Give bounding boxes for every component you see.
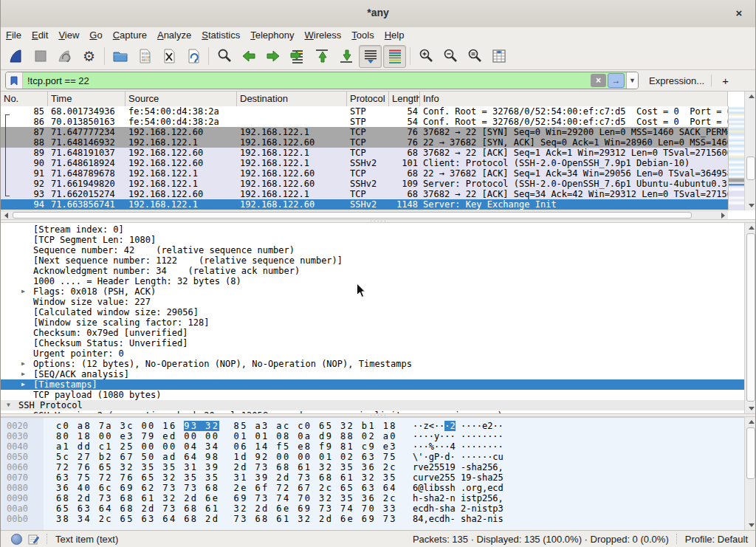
column-header-source[interactable]: Source	[126, 92, 237, 106]
packet-row[interactable]: 9171.648789678192.168.122.1192.168.122.6…	[1, 168, 728, 179]
detail-line-options[interactable]: ▶Options: (12 bytes), No-Operation (NOP)…	[1, 359, 744, 369]
detail-line[interactable]: [Calculated window size: 29056]	[1, 307, 744, 317]
column-header-length[interactable]: Length	[389, 92, 420, 106]
resize-columns-button[interactable]	[487, 45, 510, 68]
zoom-out-button[interactable]	[439, 45, 461, 68]
detail-line[interactable]: [Window size scaling factor: 128]	[1, 317, 744, 328]
hex-row[interactable]: 00505c 27 b2 67 50 ad 64 98 1d 92 00 00 …	[1, 452, 744, 462]
stop-capture-button[interactable]	[29, 45, 52, 68]
detail-line-seq-ack[interactable]: ▶[SEQ/ACK analysis]	[1, 369, 744, 379]
zoom-in-button[interactable]	[414, 45, 437, 68]
detail-line-timestamps-selected[interactable]: ▶[Timestamps]	[1, 379, 744, 390]
packet-row-selected[interactable]: 9471.663856741192.168.122.1192.168.122.6…	[1, 199, 728, 210]
packet-list-hscrollbar[interactable]	[1, 210, 728, 219]
column-header-time[interactable]: Time	[48, 92, 126, 106]
hex-row[interactable]: 007063 75 72 76 65 32 35 35 31 39 2d 73 …	[1, 472, 744, 483]
go-first-packet-button[interactable]	[310, 45, 333, 68]
column-header-protocol[interactable]: Protocol	[347, 92, 389, 106]
menu-help[interactable]: Help	[379, 28, 410, 42]
filter-history-dropdown[interactable]: ▼	[626, 72, 638, 89]
status-profile[interactable]: Profile: Default	[685, 534, 748, 545]
detail-line-ssh-protocol[interactable]: ▼SSH Protocol	[1, 400, 744, 410]
save-file-button[interactable]: 010101100011	[133, 45, 156, 68]
display-filter-input[interactable]	[23, 73, 591, 88]
scrollbar-thumb[interactable]	[746, 156, 755, 180]
restart-capture-button[interactable]	[53, 45, 76, 68]
colorize-button[interactable]	[383, 45, 406, 68]
go-last-packet-button[interactable]	[334, 45, 357, 68]
packet-row[interactable]: 8568.001734936fe:54:00:d4:38:2aSTP54Conf…	[1, 106, 728, 117]
start-capture-button[interactable]	[4, 45, 27, 68]
scroll-up-arrow[interactable]	[745, 417, 756, 427]
packet-row[interactable]: 8871.648146932192.168.122.1192.168.122.6…	[1, 137, 728, 148]
packet-row[interactable]: 9371.662015274192.168.122.60192.168.122.…	[1, 189, 728, 199]
menu-edit[interactable]: Edit	[27, 28, 53, 42]
detail-line[interactable]: Sequence number: 42 (relative sequence n…	[1, 245, 744, 255]
filter-bookmark-button[interactable]	[6, 72, 23, 89]
detail-line[interactable]: Checksum: 0x79ed [unverified]	[1, 328, 744, 338]
scrollbar-thumb[interactable]	[13, 212, 692, 219]
menu-go[interactable]: Go	[84, 28, 107, 42]
detail-line[interactable]: [TCP Segment Len: 1080]	[1, 235, 744, 245]
scroll-up-arrow[interactable]	[745, 223, 756, 233]
menu-analyze[interactable]: Analyze	[152, 28, 196, 42]
hex-row[interactable]: 006072 76 65 32 35 35 31 39 2d 73 68 61 …	[1, 462, 744, 472]
detail-line[interactable]: Window size value: 227	[1, 297, 744, 307]
packet-list-vscrollbar[interactable]	[744, 92, 756, 210]
add-filter-button[interactable]: +	[718, 75, 732, 87]
scroll-down-arrow[interactable]	[745, 520, 756, 530]
expression-button[interactable]: Expression...	[649, 75, 704, 86]
menu-telephony[interactable]: Telephony	[245, 28, 299, 42]
capture-comment-icon[interactable]	[28, 534, 39, 545]
open-file-button[interactable]	[109, 45, 131, 68]
scrollbar-thumb[interactable]	[746, 233, 755, 402]
menu-view[interactable]: View	[53, 28, 84, 42]
packet-row[interactable]: 8971.648191037192.168.122.60192.168.122.…	[1, 148, 728, 158]
hex-row[interactable]: 008036 40 6c 69 62 73 73 68 2e 6f 72 67 …	[1, 483, 744, 493]
filter-apply-button[interactable]: →	[608, 73, 625, 88]
hex-row[interactable]: 00a065 63 64 68 2d 73 68 61 32 2d 6e 69 …	[1, 503, 744, 514]
menu-wireless[interactable]: Wireless	[300, 28, 347, 42]
hex-row[interactable]: 0020c0 a8 7a 3c 00 16 93 32 85 a3 ac c0 …	[1, 421, 744, 431]
detail-line[interactable]: Urgent pointer: 0	[1, 348, 744, 359]
detail-line[interactable]: TCP payload (1080 bytes)	[1, 390, 744, 400]
scroll-down-arrow[interactable]	[745, 404, 756, 413]
menu-statistics[interactable]: Statistics	[196, 28, 245, 42]
packet-row[interactable]: 8670.013850163fe:54:00:d4:38:2aSTP54Conf…	[1, 117, 728, 127]
close-file-button[interactable]	[157, 45, 180, 68]
zoom-original-button[interactable]	[463, 45, 486, 68]
go-forward-button[interactable]	[261, 45, 284, 68]
capture-options-button[interactable]: ⚙	[78, 45, 100, 68]
detail-line[interactable]: 1000 .... = Header Length: 32 bytes (8)	[1, 276, 744, 286]
detail-line[interactable]: [Next sequence number: 1122 (relative se…	[1, 255, 744, 266]
scroll-down-arrow[interactable]	[745, 201, 756, 210]
menu-tools[interactable]: Tools	[346, 28, 379, 42]
scrollbar-thumb[interactable]	[746, 427, 755, 479]
filter-clear-button[interactable]: ×	[591, 74, 606, 87]
packet-row[interactable]: 9071.648618924192.168.122.60192.168.122.…	[1, 158, 728, 168]
auto-scroll-button[interactable]	[359, 45, 382, 68]
detail-line-flags[interactable]: ▶Flags: 0x018 (PSH, ACK)	[1, 286, 744, 297]
hex-row[interactable]: 003080 18 00 e3 79 ed 00 00 01 01 08 0a …	[1, 431, 744, 441]
detail-line[interactable]: Acknowledgment number: 34 (relative ack …	[1, 266, 744, 276]
go-to-packet-button[interactable]	[286, 45, 309, 68]
details-vscrollbar[interactable]	[744, 223, 756, 413]
detail-line[interactable]: [Checksum Status: Unverified]	[1, 338, 744, 348]
column-header-info[interactable]: Info	[420, 92, 728, 106]
expert-info-icon[interactable]	[11, 534, 22, 545]
menu-capture[interactable]: Capture	[108, 28, 152, 42]
hex-row[interactable]: 00b038 34 2c 65 63 64 68 2d 73 68 61 32 …	[1, 514, 744, 524]
column-header-destination[interactable]: Destination	[237, 92, 347, 106]
packet-row[interactable]: 9271.661949820192.168.122.1192.168.122.6…	[1, 179, 728, 189]
detail-line[interactable]: [Stream index: 0]	[1, 224, 744, 235]
find-packet-button[interactable]	[213, 45, 236, 68]
bytes-vscrollbar[interactable]	[744, 417, 756, 530]
go-back-button[interactable]	[237, 45, 260, 68]
hex-row[interactable]: 009068 2d 73 68 61 32 2d 6e 69 73 74 70 …	[1, 493, 744, 503]
packet-row[interactable]: 8771.647777234192.168.122.60192.168.122.…	[1, 127, 728, 137]
column-header-no[interactable]: No.	[1, 92, 48, 106]
packet-minimap[interactable]	[728, 106, 745, 210]
scroll-up-arrow[interactable]	[745, 92, 756, 101]
reload-file-button[interactable]	[182, 45, 205, 68]
close-window-button[interactable]: ×	[732, 6, 746, 21]
